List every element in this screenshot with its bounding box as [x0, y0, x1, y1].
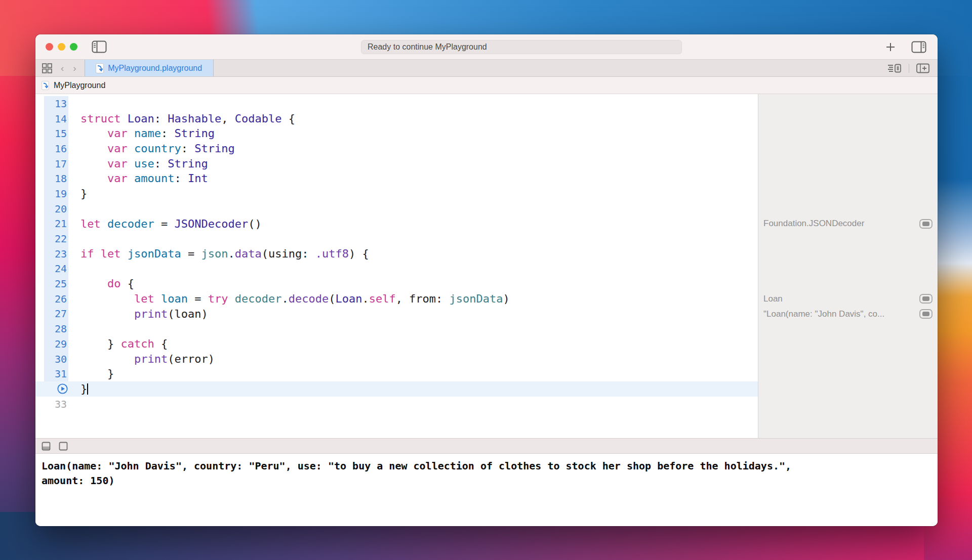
line-number: 21 — [55, 218, 72, 230]
add-tab-icon[interactable] — [885, 41, 896, 53]
console-output: Loan(name: "John Davis", country: "Peru"… — [35, 454, 938, 526]
code-line: 17 var use: String — [35, 156, 758, 171]
tab-overview-icon[interactable] — [42, 63, 53, 74]
code-line: } — [35, 381, 758, 397]
code-line: 13 — [35, 96, 758, 111]
line-number: 23 — [55, 248, 72, 260]
line-number: 13 — [55, 98, 72, 110]
playground-file-icon — [96, 63, 104, 73]
gutter-cell: 14 — [35, 111, 72, 126]
code-text[interactable]: var country: String — [80, 141, 235, 156]
playground-file-icon — [42, 81, 49, 90]
gutter-cell: 20 — [35, 201, 72, 217]
code-editor[interactable]: 1314struct Loan: Hashable, Codable {15 v… — [35, 94, 758, 438]
code-lines: 1314struct Loan: Hashable, Codable {15 v… — [35, 96, 758, 411]
line-number: 25 — [55, 278, 72, 290]
line-number: 30 — [55, 353, 72, 365]
code-text[interactable]: } — [80, 366, 114, 381]
code-text[interactable]: var use: String — [80, 156, 208, 171]
gutter-cell: 21 — [35, 217, 72, 232]
close-icon[interactable] — [46, 43, 53, 51]
tab-bar: ‹ › MyPlayground.playground — [35, 60, 938, 77]
code-line: 26 let loan = try decoder.decode(Loan.se… — [35, 291, 758, 307]
code-text[interactable]: let decoder = JSONDecoder() — [80, 217, 262, 232]
quicklook-button[interactable] — [919, 219, 933, 229]
status-text: Ready to continue MyPlayground — [368, 42, 487, 52]
console-box-icon[interactable] — [59, 442, 68, 451]
gutter-cell: 13 — [35, 96, 72, 111]
add-editor-icon[interactable] — [916, 63, 929, 73]
code-text[interactable]: } catch { — [80, 336, 168, 352]
gutter-cell: 33 — [35, 397, 72, 412]
toolbar-divider — [909, 64, 909, 73]
result-row: Foundation.JSONDecoder — [758, 217, 938, 232]
code-line: 20 — [35, 201, 758, 217]
split-editor-icon[interactable] — [911, 41, 926, 53]
line-number: 17 — [55, 158, 72, 170]
code-line: 16 var country: String — [35, 141, 758, 156]
sidebar-toggle-icon[interactable] — [92, 40, 107, 53]
gutter-cell: 28 — [35, 321, 72, 336]
quicklook-button[interactable] — [919, 294, 933, 304]
xcode-playground-window: Ready to continue MyPlayground ‹ › MyPla… — [35, 34, 938, 526]
gutter-cell: 16 — [35, 141, 72, 156]
result-label: Foundation.JSONDecoder — [763, 219, 915, 229]
code-text[interactable]: var name: String — [80, 126, 215, 141]
gutter-cell: 17 — [35, 156, 72, 171]
code-text[interactable]: do { — [80, 276, 134, 291]
play-icon — [57, 383, 68, 394]
result-label: Loan — [763, 294, 915, 304]
code-line: 19} — [35, 186, 758, 201]
gutter-cell: 26 — [35, 291, 72, 307]
line-number: 24 — [55, 263, 72, 275]
gutter-cell: 22 — [35, 231, 72, 246]
code-line: 15 var name: String — [35, 126, 758, 141]
gutter-cell: 30 — [35, 352, 72, 367]
line-number: 29 — [55, 338, 72, 350]
code-text[interactable]: let loan = try decoder.decode(Loan.self,… — [80, 291, 510, 307]
code-text[interactable]: struct Loan: Hashable, Codable { — [80, 111, 295, 126]
run-line-button[interactable] — [57, 383, 68, 394]
code-text[interactable]: print(error) — [80, 352, 215, 367]
quicklook-icon — [919, 309, 933, 319]
console-toolbar — [35, 438, 938, 454]
code-text[interactable]: if let jsonData = json.data(using: .utf8… — [80, 246, 369, 262]
gutter-cell: 31 — [35, 366, 72, 381]
code-text[interactable]: var amount: Int — [80, 171, 208, 186]
code-line: 14struct Loan: Hashable, Codable { — [35, 111, 758, 126]
code-line: 25 do { — [35, 276, 758, 291]
line-number: 15 — [55, 127, 72, 140]
back-chevron-icon[interactable]: ‹ — [60, 63, 65, 73]
line-number: 26 — [55, 293, 72, 305]
code-line: 18 var amount: Int — [35, 171, 758, 186]
tab-myplayground[interactable]: MyPlayground.playground — [85, 60, 214, 76]
gutter-cell — [35, 381, 72, 397]
results-sidebar: Foundation.JSONDecoderLoan"Loan(name: "J… — [758, 94, 938, 438]
code-line: 30 print(error) — [35, 352, 758, 367]
zoom-icon[interactable] — [70, 43, 77, 51]
gutter-cell: 18 — [35, 171, 72, 186]
quicklook-icon — [919, 294, 933, 304]
line-number: 27 — [55, 308, 72, 320]
quicklook-button[interactable] — [919, 309, 933, 319]
jumpbar-item[interactable]: MyPlayground — [54, 81, 105, 90]
editor-area: 1314struct Loan: Hashable, Codable {15 v… — [35, 94, 938, 438]
gutter-cell: 19 — [35, 186, 72, 201]
forward-chevron-icon[interactable]: › — [72, 63, 77, 73]
line-number: 18 — [55, 173, 72, 185]
line-number: 16 — [55, 143, 72, 155]
code-text[interactable]: print(loan) — [80, 307, 208, 322]
result-row: Loan — [758, 291, 938, 307]
code-text[interactable]: } — [80, 381, 88, 397]
minimize-icon[interactable] — [58, 43, 65, 51]
code-line: 21let decoder = JSONDecoder() — [35, 217, 758, 232]
code-text[interactable]: } — [80, 186, 87, 201]
console-pane-icon[interactable] — [42, 442, 51, 451]
line-number: 31 — [55, 368, 72, 380]
quicklook-icon — [919, 219, 933, 229]
gutter-cell: 15 — [35, 126, 72, 141]
traffic-lights — [46, 43, 77, 51]
console-line: amount: 150) — [42, 473, 933, 488]
editor-options-icon[interactable] — [887, 63, 902, 73]
text-cursor — [87, 383, 88, 395]
